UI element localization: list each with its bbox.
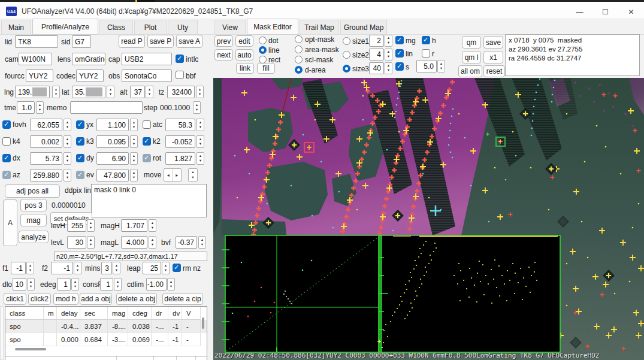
- alt-input[interactable]: 37: [130, 86, 145, 98]
- opt-mask-radio[interactable]: [295, 35, 303, 43]
- r-checkbox[interactable]: [422, 49, 430, 58]
- dy-spinner[interactable]: [130, 152, 138, 165]
- fill-button[interactable]: fill: [257, 63, 275, 74]
- mins-spinner[interactable]: [113, 262, 120, 274]
- edit-button active[interactable]: edit: [235, 35, 253, 47]
- lin-checkbox[interactable]: [395, 49, 404, 58]
- click2-button[interactable]: click2: [28, 293, 51, 305]
- size3-spinner[interactable]: [385, 62, 392, 74]
- title-bar[interactable]: UA4 UFOAnalyzerV4 V4.00 (64bit) d:¥cap¥g…: [0, 2, 644, 19]
- lng-input[interactable]: 139.: [15, 86, 50, 98]
- s-checkbox[interactable]: [395, 62, 404, 71]
- read-p-button[interactable]: read P: [119, 35, 145, 48]
- size1-spinner[interactable]: [385, 35, 392, 47]
- mg-checkbox[interactable]: [395, 36, 404, 44]
- save-a-button[interactable]: save A: [176, 35, 202, 48]
- minimize-button[interactable]: —: [567, 4, 592, 20]
- tab-view[interactable]: View: [214, 20, 246, 35]
- size2-spinner[interactable]: [385, 49, 392, 60]
- s-value-spinner[interactable]: [437, 60, 445, 72]
- col-delay[interactable]: delay: [57, 307, 80, 320]
- cdlim-input[interactable]: -1.00: [146, 278, 167, 291]
- move-spinner[interactable]: [188, 168, 198, 181]
- table-header-row[interactable]: class m delay sec mag cdeg dr dv V: [5, 307, 207, 320]
- dot-radio[interactable]: [259, 37, 267, 44]
- lat-input[interactable]: 35.: [72, 86, 105, 98]
- add-a-obj-button[interactable]: add a obj: [80, 293, 112, 305]
- save-p-button[interactable]: save P: [147, 35, 174, 48]
- delete-a-cip-button[interactable]: delete a cip: [162, 293, 203, 305]
- edeg-input[interactable]: 1: [57, 278, 71, 291]
- cdlim-spinner[interactable]: [167, 278, 175, 291]
- prev-button[interactable]: prev: [214, 35, 233, 47]
- lens-input[interactable]: omGrating: [72, 53, 105, 65]
- size3-input[interactable]: 40: [369, 62, 384, 74]
- levh-spinner[interactable]: [87, 219, 95, 232]
- ev-input[interactable]: 47.800: [96, 169, 129, 181]
- k2-checkbox[interactable]: [143, 137, 151, 146]
- k2-spinner[interactable]: [196, 135, 204, 148]
- qm-button[interactable]: qm: [462, 36, 481, 49]
- mag-button[interactable]: mag: [20, 214, 47, 226]
- tab-main[interactable]: Main: [1, 20, 31, 35]
- dlo-input[interactable]: 10: [13, 278, 26, 291]
- save-button[interactable]: save: [483, 36, 503, 49]
- ev-checkbox[interactable]: [76, 171, 84, 179]
- tab-class[interactable]: Class: [99, 20, 133, 35]
- mask-info-box[interactable]: mask 0 link 0: [91, 184, 207, 217]
- tab-ground-map[interactable]: Ground Map: [340, 20, 387, 35]
- auto-button[interactable]: auto: [235, 49, 253, 60]
- analyze-button[interactable]: analyze: [19, 231, 49, 243]
- levl-spinner[interactable]: [87, 236, 95, 249]
- mins-input[interactable]: 3: [101, 262, 112, 274]
- reset-button[interactable]: reset: [483, 65, 505, 77]
- col-dr[interactable]: dr: [152, 307, 168, 320]
- col-mag[interactable]: mag: [108, 307, 128, 320]
- k4-spinner[interactable]: [64, 135, 71, 148]
- az-input[interactable]: 259.880: [30, 169, 62, 181]
- tme-input[interactable]: 1.0: [17, 101, 35, 114]
- yx-spinner[interactable]: [130, 119, 138, 131]
- table-row[interactable]: spo -0.4... 3.837 -8.... 0.038 -... -1 -: [5, 320, 207, 333]
- k2-input[interactable]: -0.052: [165, 135, 195, 148]
- magl-spinner[interactable]: [149, 236, 156, 249]
- link-button[interactable]: link: [236, 63, 254, 74]
- tz-spinner[interactable]: [196, 86, 204, 98]
- size3-radio[interactable]: [343, 65, 350, 72]
- scl-mask-radio[interactable]: [295, 56, 303, 63]
- az-spinner[interactable]: [64, 169, 71, 181]
- dy-input[interactable]: 6.90: [96, 152, 129, 165]
- mod-h-button[interactable]: mod h: [53, 293, 78, 305]
- tme-spinner[interactable]: [36, 101, 44, 114]
- lid-input[interactable]: TK8: [15, 35, 58, 48]
- lng-spinner[interactable]: [52, 86, 60, 98]
- leap-input[interactable]: 25: [143, 262, 161, 274]
- col-v[interactable]: V: [182, 307, 201, 320]
- dy-checkbox[interactable]: [76, 154, 84, 162]
- rot-spinner[interactable]: [196, 152, 204, 165]
- memo-input[interactable]: [70, 101, 143, 114]
- cap-input[interactable]: USB2: [122, 53, 172, 65]
- rot-checkbox[interactable]: [143, 154, 151, 162]
- lat-spinner[interactable]: [107, 86, 114, 98]
- delete-a-obj-button[interactable]: delete a obj: [116, 293, 157, 305]
- tab-mask-editor[interactable]: Mask Editor: [247, 19, 298, 35]
- col-m[interactable]: m: [44, 307, 57, 320]
- table-vscrollbar[interactable]: [202, 317, 204, 329]
- all-om-button[interactable]: all om: [458, 65, 482, 77]
- edeg-spinner[interactable]: [71, 278, 79, 291]
- next-button[interactable]: next: [214, 49, 233, 60]
- size2-input[interactable]: 4: [369, 49, 384, 60]
- fovh-spinner[interactable]: [64, 119, 71, 131]
- step-spinner[interactable]: [193, 101, 201, 114]
- fovh-checkbox[interactable]: [2, 120, 11, 129]
- mask-editor-canvas[interactable]: 2022/06/29 02:48:50.886[032]YUY2 C0003 0…: [213, 78, 644, 360]
- line-radio[interactable]: [259, 46, 267, 54]
- k3-input[interactable]: 0.095: [96, 135, 129, 148]
- magl-input[interactable]: 4.000: [121, 236, 147, 249]
- atc-spinner[interactable]: [196, 119, 204, 131]
- k3-spinner[interactable]: [130, 135, 138, 148]
- size1-radio[interactable]: [343, 37, 350, 45]
- alt-spinner[interactable]: [146, 86, 153, 98]
- qm-l-button[interactable]: qm l: [462, 51, 481, 63]
